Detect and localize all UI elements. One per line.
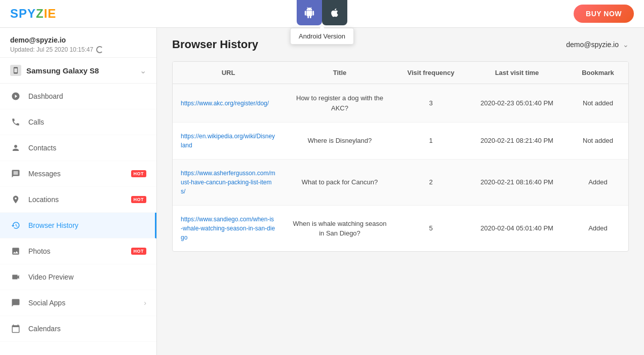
video-preview-icon <box>10 271 21 283</box>
android-tooltip: Android Version <box>290 28 354 45</box>
row-0-last-visit: 2020-02-23 05:01:40 PM <box>466 84 568 122</box>
dashboard-icon <box>10 91 21 102</box>
contacts-label: Contacts <box>28 144 146 152</box>
sidebar-item-locations[interactable]: Locations HOT <box>0 187 156 213</box>
photos-hot-badge: HOT <box>131 248 147 255</box>
row-1-last-visit: 2020-02-21 08:21:40 PM <box>466 123 568 159</box>
account-selector[interactable]: demo@spyzie.io ⌄ <box>566 41 629 49</box>
messages-label: Messages <box>28 170 124 178</box>
sidebar-item-photos[interactable]: Photos HOT <box>0 239 156 264</box>
social-apps-label: Social Apps <box>28 299 137 307</box>
messages-hot-badge: HOT <box>131 170 147 177</box>
user-email: demo@spyzie.io <box>10 36 146 44</box>
row-2-visits: 2 <box>395 160 466 205</box>
row-1-bookmark: Not added <box>568 123 628 159</box>
account-email: demo@spyzie.io <box>566 41 619 49</box>
refresh-icon[interactable] <box>96 46 103 53</box>
table-row: https://en.wikipedia.org/wiki/Disneyland… <box>173 123 628 160</box>
calls-label: Calls <box>28 118 146 126</box>
device-icon <box>10 65 21 76</box>
header-last-visit-time: Last visit time <box>466 62 568 84</box>
topbar: SPYZIE Android Version BUY NOW <box>0 0 644 28</box>
sidebar-item-messages[interactable]: Messages HOT <box>0 161 156 187</box>
social-apps-arrow-icon: › <box>144 299 146 307</box>
row-1-url: https://en.wikipedia.org/wiki/Disneyland <box>173 123 284 159</box>
browser-history-icon <box>10 220 21 231</box>
apple-icon <box>330 8 340 18</box>
row-3-visits: 5 <box>395 206 466 251</box>
main-content: Browser History demo@spyzie.io ⌄ URL Tit… <box>157 28 644 355</box>
social-apps-icon <box>10 297 21 308</box>
locations-icon <box>10 194 21 205</box>
row-2-title: What to pack for Cancun? <box>284 160 395 205</box>
locations-hot-badge: HOT <box>131 196 147 203</box>
sidebar-item-browser-history[interactable]: Browser History <box>0 213 156 239</box>
photos-icon <box>10 246 21 257</box>
page-title: Browser History <box>172 38 258 51</box>
device-selector[interactable]: Samsung Galaxy S8 ⌄ <box>0 58 156 84</box>
calendars-label: Calendars <box>28 325 146 333</box>
user-updated: Updated: Jul 25 2020 10:15:47 <box>10 46 146 53</box>
logo-z: Z <box>36 7 44 20</box>
account-chevron-icon: ⌄ <box>623 41 629 49</box>
sidebar-item-dashboard[interactable]: Dashboard <box>0 84 156 109</box>
header-title: Title <box>284 62 395 84</box>
row-1-visits: 1 <box>395 123 466 159</box>
row-0-bookmark: Not added <box>568 84 628 122</box>
header-url: URL <box>173 62 284 84</box>
row-3-url: https://www.sandiego.com/when-is-whale-w… <box>173 206 284 251</box>
row-1-title: Where is Disneyland? <box>284 123 395 159</box>
content-header: Browser History demo@spyzie.io ⌄ <box>172 38 629 51</box>
row-0-title: How to register a dog with the AKC? <box>284 84 395 122</box>
calls-icon <box>10 116 21 128</box>
row-2-last-visit: 2020-02-21 08:16:40 PM <box>466 160 568 205</box>
logo-ie: IE <box>44 7 57 20</box>
android-platform-btn[interactable] <box>297 0 322 25</box>
row-3-title: When is whale watching season in San Die… <box>284 206 395 251</box>
sidebar-item-calendars[interactable]: Calendars <box>0 316 156 342</box>
calendars-icon <box>10 323 21 334</box>
video-preview-label: Video Preview <box>28 273 146 281</box>
photos-label: Photos <box>28 247 124 255</box>
main-layout: demo@spyzie.io Updated: Jul 25 2020 10:1… <box>0 28 644 355</box>
messages-icon <box>10 168 21 179</box>
sidebar-item-social-apps[interactable]: Social Apps › <box>0 290 156 316</box>
row-0-url: https://www.akc.org/register/dog/ <box>173 84 284 122</box>
row-2-url: https://www.asherfergusson.com/must-have… <box>173 160 284 205</box>
table-row: https://www.sandiego.com/when-is-whale-w… <box>173 206 628 251</box>
row-2-bookmark: Added <box>568 160 628 205</box>
browser-history-table: URL Title Visit frequency Last visit tim… <box>172 61 629 252</box>
table-header: URL Title Visit frequency Last visit tim… <box>173 62 628 84</box>
ios-platform-btn[interactable] <box>322 0 347 25</box>
logo: SPYZIE <box>10 7 56 21</box>
android-icon <box>304 7 315 18</box>
dashboard-label: Dashboard <box>28 92 146 100</box>
browser-history-label: Browser History <box>28 221 145 229</box>
row-3-last-visit: 2020-02-04 05:01:40 PM <box>466 206 568 251</box>
sidebar-item-video-preview[interactable]: Video Preview <box>0 264 156 290</box>
user-info: demo@spyzie.io Updated: Jul 25 2020 10:1… <box>0 28 156 58</box>
table-row: https://www.asherfergusson.com/must-have… <box>173 160 628 206</box>
sidebar: demo@spyzie.io Updated: Jul 25 2020 10:1… <box>0 28 157 355</box>
locations-label: Locations <box>28 195 124 204</box>
contacts-icon <box>10 142 21 153</box>
logo-spy: SPY <box>10 7 36 20</box>
sidebar-item-contacts[interactable]: Contacts <box>0 135 156 161</box>
header-bookmark: Bookmark <box>568 62 628 84</box>
row-3-bookmark: Added <box>568 206 628 251</box>
device-chevron-icon: ⌄ <box>140 66 146 75</box>
buy-now-button[interactable]: BUY NOW <box>574 5 634 23</box>
platform-switcher: Android Version <box>297 0 347 25</box>
device-name: Samsung Galaxy S8 <box>10 65 99 76</box>
sidebar-item-calls[interactable]: Calls <box>0 109 156 135</box>
row-0-visits: 3 <box>395 84 466 122</box>
header-visit-frequency: Visit frequency <box>395 62 466 84</box>
table-row: https://www.akc.org/register/dog/ How to… <box>173 84 628 123</box>
